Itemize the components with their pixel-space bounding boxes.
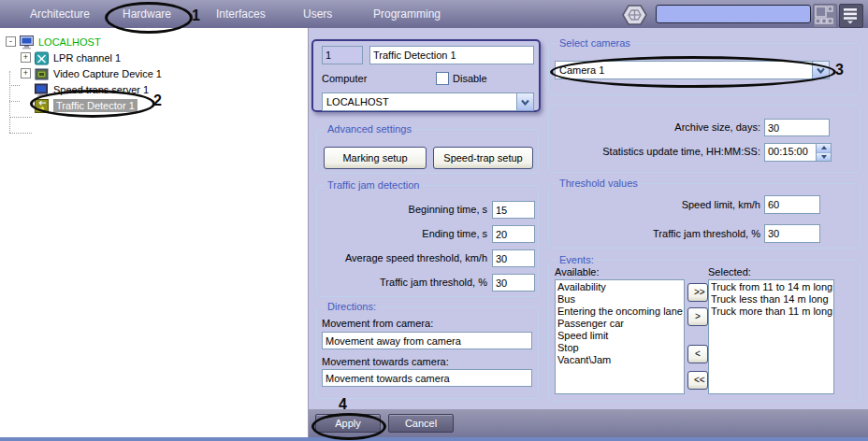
menu-users[interactable]: Users	[303, 7, 332, 21]
speed-limit-label: Speed limit, km/h	[568, 199, 760, 210]
ending-time-field[interactable]	[492, 225, 535, 243]
movement-from-camera-field[interactable]	[322, 332, 532, 349]
menubar: Architecture Hardware Interfaces Users P…	[0, 0, 868, 28]
group-title: Traffic jam detection	[325, 179, 422, 191]
group-title: Directions:	[325, 301, 379, 312]
selected-events-list[interactable]: Truck from 11 to 14 m long Truck less th…	[708, 279, 834, 394]
traffic-jam-threshold-field[interactable]	[492, 274, 535, 292]
move-all-left-button[interactable]: <<	[687, 371, 708, 390]
tree-item-label: LOCALHOST	[38, 36, 101, 48]
menu-interfaces[interactable]: Interfaces	[216, 7, 266, 21]
average-speed-threshold-label: Average speed threshold, km/h	[319, 252, 487, 263]
computer-label: Computer	[322, 73, 367, 84]
storage-group: Archive size, days: Statistics update ti…	[548, 105, 861, 173]
search-input[interactable]	[656, 5, 811, 23]
selected-label: Selected:	[708, 266, 751, 277]
beginning-time-label: Beginning time, s	[319, 204, 487, 215]
average-speed-threshold-field[interactable]	[492, 249, 535, 267]
object-tree-panel: - LOCALHOST + LPR channel 1	[0, 28, 309, 437]
list-item[interactable]: Availability	[557, 281, 682, 293]
tree-item-label: Speed trans server 1	[53, 84, 149, 95]
application-window: Architecture Hardware Interfaces Users P…	[0, 0, 868, 441]
available-events-list[interactable]: Availability Bus Entering the oncoming l…	[555, 279, 685, 394]
tree-item-video-capture-device[interactable]: + Video Capture Device 1	[0, 65, 308, 81]
events-group: Events: Available: Selected: Availabilit…	[548, 260, 861, 402]
cancel-button[interactable]: Cancel	[388, 414, 454, 433]
traffic-detector-icon	[35, 99, 49, 112]
object-id-field[interactable]	[322, 46, 363, 64]
computer-select-value: LOCALHOST	[323, 96, 516, 107]
speed-limit-field[interactable]	[764, 195, 820, 214]
statistics-update-label: Statistics update time, HH:MM:SS:	[568, 146, 760, 157]
list-item[interactable]: Vacant\Jam	[557, 354, 682, 366]
jam-threshold-label: Traffic jam threshold, %	[568, 228, 760, 239]
marking-setup-button[interactable]: Marking setup	[324, 147, 427, 169]
computer-select[interactable]: LOCALHOST	[322, 92, 534, 111]
traffic-jam-detection-group: Traffic jam detection Beginning time, s …	[316, 185, 539, 297]
computer-icon	[20, 36, 34, 49]
list-item[interactable]: Truck more than 11 m long	[711, 306, 832, 318]
jam-threshold-field[interactable]	[764, 224, 820, 243]
archive-size-field[interactable]	[764, 119, 830, 136]
tree-expand-icon[interactable]: +	[21, 68, 31, 78]
ending-time-label: Ending time, s	[319, 228, 487, 239]
tree-collapse-icon[interactable]: -	[6, 36, 16, 47]
list-item[interactable]: Bus	[557, 293, 682, 306]
menu-architecture[interactable]: Architecture	[30, 7, 90, 21]
panels-menu-icon[interactable]	[839, 4, 863, 28]
list-item[interactable]: Speed limit	[557, 330, 682, 342]
tree-expand-icon[interactable]: +	[21, 52, 31, 63]
beginning-time-field[interactable]	[492, 201, 535, 219]
apply-button[interactable]: Apply	[315, 414, 381, 433]
chevron-down-icon[interactable]	[812, 62, 829, 78]
group-title: Threshold values	[557, 178, 641, 189]
movement-towards-camera-field[interactable]	[322, 369, 532, 387]
movement-towards-camera-label: Movement towards camera:	[322, 356, 449, 367]
menu-programming[interactable]: Programming	[373, 7, 441, 21]
move-all-right-button[interactable]: >>	[687, 283, 708, 302]
movement-from-camera-label: Movement from camera:	[322, 318, 433, 329]
list-item[interactable]: Passenger car	[557, 318, 682, 330]
statistics-update-spinner[interactable]: 00:15:00	[764, 143, 832, 162]
traffic-jam-threshold-label: Traffic jam threshold, %	[319, 277, 487, 288]
statistics-update-value: 00:15:00	[765, 144, 816, 161]
group-title: Events:	[557, 254, 597, 265]
lpr-channel-icon	[35, 51, 49, 64]
list-item[interactable]: Entering the oncoming lane	[557, 306, 682, 318]
capture-board-icon	[35, 67, 49, 80]
tree-item-label: LPR channel 1	[53, 52, 121, 64]
speed-trap-setup-button[interactable]: Speed-trap setup	[433, 147, 533, 169]
group-title: Advanced settings	[325, 123, 414, 135]
camera-select-value: Camera 1	[556, 64, 812, 76]
list-item[interactable]: Truck from 11 to 14 m long	[711, 281, 832, 293]
spin-down-icon[interactable]	[817, 153, 831, 162]
chevron-down-icon[interactable]	[516, 93, 533, 110]
disable-checkbox[interactable]	[436, 72, 449, 85]
tree-item-label: Traffic Detector 1	[53, 99, 137, 112]
object-name-field[interactable]	[369, 46, 534, 64]
camera-select[interactable]: Camera 1	[555, 61, 830, 79]
tree-item-label: Video Capture Device 1	[53, 68, 162, 79]
menu-hardware[interactable]: Hardware	[123, 7, 171, 21]
app-logo-icon	[622, 4, 647, 26]
spin-up-icon[interactable]	[817, 144, 831, 153]
tree-connector	[9, 117, 32, 118]
window-edge	[0, 437, 868, 441]
threshold-values-group: Threshold values Speed limit, km/h Traff…	[548, 183, 861, 249]
move-left-button[interactable]: <	[687, 345, 708, 363]
tree-item-speed-trans-server[interactable]: Speed trans server 1	[0, 81, 308, 97]
select-cameras-group: Select cameras Camera 1	[548, 43, 861, 95]
screens-layout-icon[interactable]	[813, 4, 837, 28]
tree-item-traffic-detector[interactable]: Traffic Detector 1	[0, 97, 308, 113]
list-item[interactable]: Stop	[557, 342, 682, 354]
directions-group: Directions: Movement from camera: Moveme…	[316, 306, 539, 399]
advanced-settings-group: Advanced settings Marking setup Speed-tr…	[316, 129, 539, 174]
identity-box: Computer Disable LOCALHOST	[311, 39, 541, 112]
list-item[interactable]: Truck less than 14 m long	[711, 293, 832, 306]
move-right-button[interactable]: >	[687, 307, 708, 326]
server-monitor-icon	[35, 83, 49, 96]
tree-item-lpr-channel[interactable]: + LPR channel 1	[0, 50, 308, 65]
tree-item-localhost[interactable]: - LOCALHOST	[0, 34, 308, 50]
group-title: Select cameras	[557, 37, 633, 49]
available-label: Available:	[555, 266, 600, 277]
